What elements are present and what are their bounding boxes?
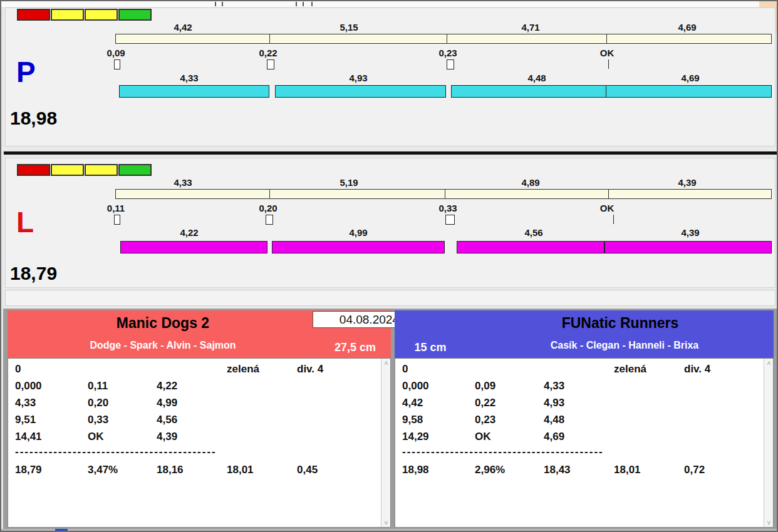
lane-l-dog-bar-4 bbox=[604, 241, 772, 253]
lane-l-time-4: 4,39 bbox=[681, 227, 699, 238]
scrollbar[interactable]: ˄ ˅ bbox=[764, 359, 773, 527]
lane-p-dog-bar-2 bbox=[275, 85, 446, 98]
traffic-light-green-icon bbox=[118, 9, 152, 21]
results-log-left[interactable] bbox=[8, 358, 391, 528]
lane-l-split-bar bbox=[115, 189, 772, 199]
lane-p-split-1: 4,42 bbox=[174, 22, 192, 33]
lane-p-time-1: 4,33 bbox=[180, 73, 198, 83]
cell: 4,48 bbox=[544, 414, 564, 426]
scroll-up-arrow-icon[interactable]: ˄ bbox=[764, 359, 774, 367]
handover-marker-box bbox=[266, 215, 273, 225]
lane-l-traffic-lights bbox=[17, 164, 152, 176]
lane-l-split-3: 4,89 bbox=[521, 177, 539, 188]
cell: 4,42 bbox=[402, 397, 423, 409]
window-edge-tick bbox=[296, 2, 297, 6]
cell: 0,09 bbox=[475, 380, 495, 392]
team-right-members: Casík - Clegan - Hanneli - Brixa bbox=[551, 340, 699, 351]
lane-l-time-3: 4,56 bbox=[524, 227, 542, 238]
status-badge: zelená bbox=[227, 363, 259, 376]
lane-p-split-2: 5,15 bbox=[340, 22, 358, 33]
division-label: div. 4 bbox=[684, 363, 710, 376]
traffic-light-green-icon bbox=[118, 164, 152, 176]
handover-marker-box bbox=[445, 215, 455, 225]
cell: 4,93 bbox=[544, 397, 564, 409]
window-edge-tick bbox=[303, 2, 304, 6]
total-time: 18,79 bbox=[15, 464, 42, 476]
cell: 4,56 bbox=[157, 414, 177, 426]
cell: 0,33 bbox=[88, 414, 108, 426]
bottom-strip bbox=[1, 529, 778, 532]
window-edge-tick bbox=[311, 2, 313, 6]
lane-p-time-3: 4,48 bbox=[527, 73, 546, 83]
cell: 0,11 bbox=[88, 380, 108, 392]
cell: OK bbox=[475, 431, 491, 443]
lane-l-total: 18,79 bbox=[10, 263, 57, 284]
cell: 0 bbox=[15, 363, 21, 376]
team-right-jump-height: 15 cm bbox=[414, 341, 446, 354]
scroll-up-arrow-icon[interactable]: ˄ bbox=[381, 359, 391, 367]
cell: 0,20 bbox=[88, 397, 108, 409]
separator-line: ----------------------------------------… bbox=[402, 446, 604, 458]
lane-p-split-3: 4,71 bbox=[521, 22, 539, 33]
cell: 4,39 bbox=[157, 431, 177, 443]
lane-p-letter: P bbox=[16, 58, 36, 86]
handover-marker-box bbox=[114, 59, 120, 69]
lane-p-change-1: 0,09 bbox=[106, 48, 125, 58]
handover-ok-tick bbox=[613, 215, 614, 224]
division-label: div. 4 bbox=[297, 363, 323, 376]
cell: 4,33 bbox=[15, 397, 36, 409]
traffic-light-yellow-icon bbox=[85, 9, 118, 21]
lane-l-time-1: 4,22 bbox=[180, 227, 198, 238]
segment-divider bbox=[608, 190, 609, 198]
scrollbar[interactable]: ˄ ˅ bbox=[381, 359, 390, 527]
cell: 9,51 bbox=[15, 414, 36, 426]
top-strip bbox=[1, 1, 778, 7]
team-right-name: FUNatic Runners bbox=[562, 315, 679, 332]
segment-divider bbox=[447, 34, 447, 43]
lane-p-traffic-lights bbox=[17, 9, 152, 21]
window-edge-tick bbox=[222, 2, 223, 6]
lane-p-dog-bar-3 bbox=[451, 85, 606, 98]
lane-p-time-2: 4,93 bbox=[349, 73, 367, 83]
total-value: 0,72 bbox=[684, 464, 705, 476]
traffic-light-red-icon bbox=[17, 9, 50, 21]
lane-divider bbox=[4, 151, 777, 155]
taskbar-item[interactable] bbox=[55, 529, 68, 532]
handover-marker-box bbox=[114, 215, 120, 225]
separator-line: ----------------------------------------… bbox=[15, 446, 217, 458]
lane-p-panel bbox=[5, 8, 775, 146]
lane-l-dog-bar-2 bbox=[272, 241, 445, 253]
cell: 14,41 bbox=[15, 431, 42, 443]
status-badge: zelená bbox=[614, 363, 646, 376]
lane-p-time-4: 4,69 bbox=[681, 73, 699, 83]
lane-l-change-1: 0,11 bbox=[107, 203, 125, 213]
cell: 4,99 bbox=[157, 397, 177, 409]
cell: 0 bbox=[402, 363, 408, 376]
handover-marker-box bbox=[447, 59, 454, 69]
cell: 4,69 bbox=[544, 431, 564, 443]
cell: 14,29 bbox=[402, 431, 429, 443]
team-left-name: Manic Dogs 2 bbox=[117, 315, 209, 332]
lane-l-split-1: 4,33 bbox=[174, 177, 192, 188]
scroll-down-arrow-icon[interactable]: ˅ bbox=[381, 518, 391, 527]
total-value: 0,45 bbox=[297, 464, 318, 476]
total-percent: 3,47% bbox=[88, 464, 118, 476]
total-percent: 2,96% bbox=[475, 464, 505, 476]
total-value: 18,01 bbox=[227, 464, 254, 476]
lane-p-change-3: 0,23 bbox=[438, 48, 457, 58]
lane-p-split-4: 4,69 bbox=[678, 22, 696, 33]
cell: 0,000 bbox=[402, 380, 429, 392]
handover-ok-tick bbox=[608, 59, 609, 69]
traffic-light-yellow-icon bbox=[85, 164, 118, 176]
window-edge-tick bbox=[215, 2, 216, 6]
timing-window: 4,42 5,15 4,71 4,69 0,09 0,22 0,23 OK 4,… bbox=[0, 0, 778, 532]
lane-p-change-ok: OK bbox=[600, 48, 615, 58]
segment-divider bbox=[445, 190, 445, 198]
traffic-light-yellow-icon bbox=[51, 9, 84, 21]
lane-l-panel bbox=[5, 158, 775, 288]
team-left-jump-height: 27,5 cm bbox=[335, 341, 376, 354]
results-log-right[interactable] bbox=[395, 358, 774, 528]
scroll-down-arrow-icon[interactable]: ˅ bbox=[764, 518, 774, 527]
lane-p-total: 18,98 bbox=[10, 108, 57, 129]
lane-l-change-ok: OK bbox=[600, 203, 615, 213]
